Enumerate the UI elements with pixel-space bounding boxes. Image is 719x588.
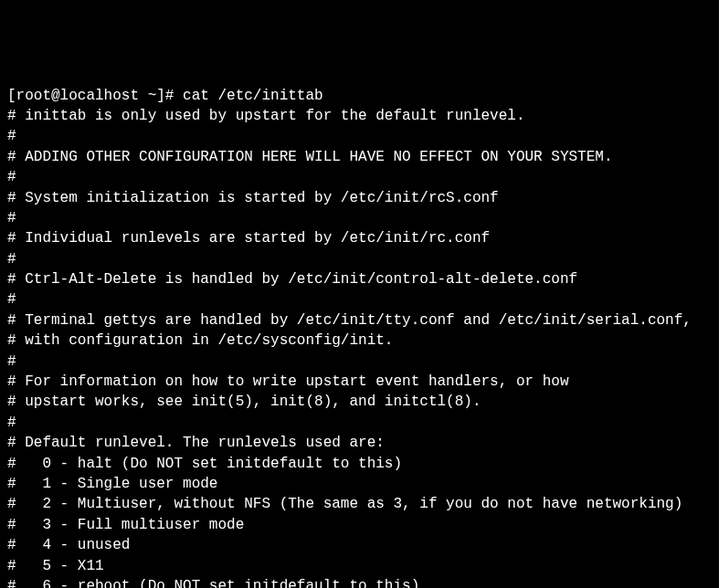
- terminal-line: #: [7, 167, 712, 187]
- terminal-line: # 4 - unused: [7, 535, 712, 555]
- terminal-line: # For information on how to write upstar…: [7, 372, 712, 392]
- terminal-line: # Ctrl-Alt-Delete is handled by /etc/ini…: [7, 269, 712, 289]
- terminal-line: # upstart works, see init(5), init(8), a…: [7, 392, 712, 412]
- terminal-output[interactable]: [root@localhost ~]# cat /etc/inittab# in…: [7, 86, 712, 588]
- terminal-line: # 3 - Full multiuser mode: [7, 515, 712, 535]
- terminal-line: #: [7, 249, 712, 269]
- terminal-line: # with configuration in /etc/sysconfig/i…: [7, 331, 712, 351]
- terminal-line: # 0 - halt (Do NOT set initdefault to th…: [7, 454, 712, 474]
- terminal-line: #: [7, 126, 712, 146]
- terminal-line: # inittab is only used by upstart for th…: [7, 106, 712, 126]
- terminal-line: # 1 - Single user mode: [7, 474, 712, 494]
- terminal-line: # 2 - Multiuser, without NFS (The same a…: [7, 494, 712, 514]
- terminal-line: [root@localhost ~]# cat /etc/inittab: [7, 86, 712, 106]
- terminal-line: # Individual runlevels are started by /e…: [7, 228, 712, 248]
- terminal-line: #: [7, 413, 712, 433]
- terminal-line: #: [7, 352, 712, 372]
- terminal-line: #: [7, 289, 712, 310]
- terminal-line: # System initialization is started by /e…: [7, 188, 712, 208]
- terminal-line: # Default runlevel. The runlevels used a…: [7, 433, 712, 453]
- terminal-line: # ADDING OTHER CONFIGURATION HERE WILL H…: [7, 147, 712, 167]
- terminal-line: #: [7, 208, 712, 228]
- terminal-line: # Terminal gettys are handled by /etc/in…: [7, 310, 712, 331]
- terminal-line: # 6 - reboot (Do NOT set initdefault to …: [7, 576, 712, 588]
- terminal-line: # 5 - X11: [7, 556, 712, 576]
